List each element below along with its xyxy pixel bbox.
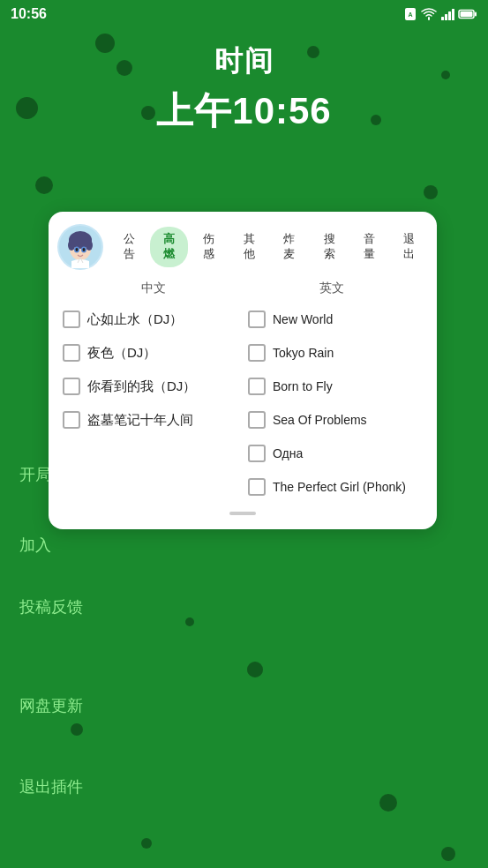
checkbox[interactable] [248, 311, 266, 328]
svg-point-18 [83, 248, 86, 251]
battery-icon [458, 9, 477, 19]
title-area: 时间 上午10:56 [0, 42, 488, 136]
status-bar: 10:56 A [0, 0, 488, 28]
song-name-en: Одна [273, 445, 303, 461]
checkbox[interactable] [248, 445, 266, 462]
song-list: 心如止水（DJ）夜色（DJ）你看到的我（DJ）盗墓笔记十年人间 New Worl… [57, 303, 428, 503]
list-item[interactable]: 盗墓笔记十年人间 [57, 404, 243, 436]
signal-icon [440, 8, 454, 20]
song-name: 盗墓笔记十年人间 [87, 411, 193, 429]
checkbox[interactable] [248, 478, 266, 496]
sim-icon: A [403, 7, 417, 21]
main-title: 时间 [0, 42, 488, 81]
svg-rect-8 [461, 11, 473, 17]
main-card: 公 告高 燃伤 感其 他炸 麦搜 索音 量退 出 中文 英文 心如止水（DJ）夜… [49, 212, 437, 529]
nav-btn-sousuo[interactable]: 搜 索 [311, 227, 348, 267]
sidebar-wangpan[interactable]: 网盘更新 [19, 695, 83, 716]
avatar [57, 224, 103, 270]
list-item[interactable]: New World [243, 303, 428, 335]
list-item[interactable]: The Perfect Girl (Phonk) [243, 471, 428, 503]
col-header-english: 英文 [243, 281, 421, 296]
sidebar-tuichu[interactable]: 退出插件 [19, 776, 83, 797]
svg-rect-14 [69, 238, 92, 245]
sidebar-tougao[interactable]: 投稿反馈 [19, 596, 83, 617]
nav-btn-zhame[interactable]: 炸 麦 [271, 227, 308, 267]
sidebar-jia[interactable]: 加入 [19, 535, 51, 556]
nav-btn-yinliang[interactable]: 音 量 [350, 227, 387, 267]
sidebar-kaishi[interactable]: 开局 [19, 464, 51, 485]
status-icons: A [403, 7, 477, 21]
list-item[interactable]: 心如止水（DJ） [57, 303, 243, 335]
nav-row: 公 告高 燃伤 感其 他炸 麦搜 索音 量退 出 [57, 224, 428, 270]
svg-text:A: A [408, 11, 412, 18]
checkbox[interactable] [63, 311, 80, 328]
svg-rect-3 [445, 14, 447, 20]
column-headers: 中文 英文 [57, 281, 428, 296]
list-item[interactable]: Tokyo Rain [243, 337, 428, 369]
song-name-en: The Perfect Girl (Phonk) [273, 479, 406, 495]
checkbox[interactable] [63, 378, 80, 395]
nav-btn-tuichu[interactable]: 退 出 [391, 227, 428, 267]
list-item[interactable]: Одна [243, 438, 428, 469]
chinese-song-col: 心如止水（DJ）夜色（DJ）你看到的我（DJ）盗墓笔记十年人间 [57, 303, 243, 503]
nav-btn-gaoran[interactable]: 高 燃 [150, 227, 187, 267]
svg-point-17 [76, 248, 79, 251]
nav-buttons: 公 告高 燃伤 感其 他炸 麦搜 索音 量退 出 [110, 227, 428, 267]
list-item[interactable]: 你看到的我（DJ） [57, 370, 243, 402]
checkbox[interactable] [248, 344, 266, 362]
wifi-icon [421, 7, 437, 21]
svg-rect-2 [441, 17, 444, 20]
svg-rect-5 [452, 9, 454, 20]
svg-rect-4 [448, 11, 451, 20]
nav-btn-gonggao[interactable]: 公 告 [110, 227, 147, 267]
song-name-en: Born to Fly [273, 378, 333, 394]
list-item[interactable]: Sea Of Problems [243, 404, 428, 436]
col-header-chinese: 中文 [64, 281, 243, 296]
checkbox[interactable] [63, 411, 80, 429]
song-name: 心如止水（DJ） [87, 311, 183, 328]
nav-btn-qita[interactable]: 其 他 [230, 227, 267, 267]
scroll-indicator [229, 512, 256, 515]
english-song-col: New WorldTokyo RainBorn to FlySea Of Pro… [243, 303, 428, 503]
song-name-en: Tokyo Rain [273, 345, 334, 361]
svg-rect-7 [475, 12, 477, 17]
display-time: 上午10:56 [0, 86, 488, 136]
checkbox[interactable] [248, 411, 266, 429]
list-item[interactable]: 夜色（DJ） [57, 337, 243, 369]
song-name: 你看到的我（DJ） [87, 378, 196, 395]
nav-btn-shanggaan[interactable]: 伤 感 [191, 227, 228, 267]
checkbox[interactable] [248, 378, 266, 395]
checkbox[interactable] [63, 344, 80, 362]
list-item[interactable]: Born to Fly [243, 370, 428, 402]
song-name-en: Sea Of Problems [273, 412, 367, 428]
status-time: 10:56 [11, 6, 47, 22]
song-name: 夜色（DJ） [87, 344, 156, 362]
song-name-en: New World [273, 311, 333, 327]
